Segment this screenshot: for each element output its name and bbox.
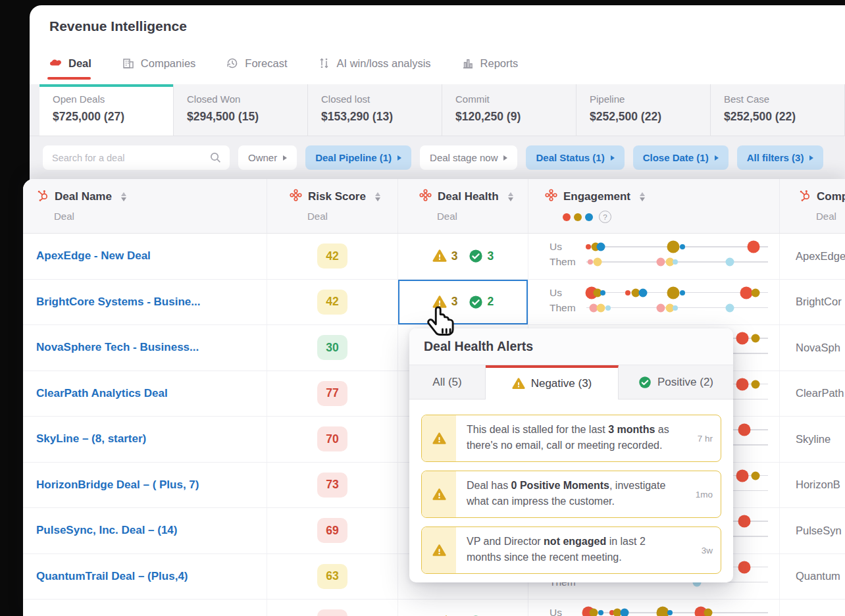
column-header-deal-health[interactable]: Deal Health Deal: [398, 179, 528, 233]
alert-icon-zone: [422, 415, 456, 461]
summary-card-closed-lost[interactable]: Closed lost$153,290 (13): [308, 84, 442, 136]
popup-tab-all-5-[interactable]: All (5): [409, 365, 486, 399]
engagement-dot-lyellow: [593, 258, 602, 267]
deal-name-link[interactable]: ClearPath Analytics Deal: [36, 387, 168, 400]
health-cross-icon: [545, 189, 557, 205]
column-header-company[interactable]: Comp Deal: [780, 179, 845, 233]
deal-health-cell[interactable]: 33: [398, 234, 528, 279]
filter-chip-owner[interactable]: Owner: [238, 145, 297, 170]
health-cross-icon: [419, 189, 432, 205]
chevron-right-icon: [809, 155, 813, 161]
engagement-dot-blue: [598, 610, 603, 615]
engagement-us-label: Us: [550, 607, 582, 616]
filter-chip-deal-pipeline-1-[interactable]: Deal Pipeline (1): [305, 145, 411, 170]
deal-name-cell: HorizonBridge Deal – ( Plus, 7): [23, 463, 267, 508]
nav-tab-label: Forecast: [245, 57, 287, 70]
table-row: UsThem: [23, 600, 845, 616]
deal-name-link[interactable]: HorizonBridge Deal – ( Plus, 7): [36, 478, 199, 492]
engagement-dot-gold: [704, 609, 712, 616]
negative-alert-count: 3: [432, 249, 458, 263]
deal-health-cell[interactable]: 32: [398, 280, 528, 325]
filter-bar: OwnerDeal Pipeline (1)Deal stage nowDeal…: [43, 145, 823, 170]
column-subtitle: Deal: [54, 211, 267, 222]
nav-tab-label: Companies: [141, 57, 195, 70]
risk-score-cell: 77: [267, 371, 398, 417]
engagement-dot-gold: [667, 286, 680, 299]
risk-score-badge: 42: [317, 244, 347, 269]
engagement-dot-lblue: [726, 258, 734, 267]
alert-icon-zone: [422, 471, 456, 517]
summary-card-closed-won[interactable]: Closed Won$294,500 (15): [174, 84, 308, 136]
engagement-dot-red: [747, 241, 759, 253]
engagement-dot-pink: [657, 303, 665, 312]
negative-alert-count: 3: [432, 295, 458, 309]
alert-card: Deal has 0 Positive Moments, investigate…: [421, 471, 721, 518]
nav-tab-forecast[interactable]: Forecast: [226, 57, 287, 70]
company-cell: PulseSyn: [780, 508, 845, 553]
popup-tab-negative-3-[interactable]: Negative (3): [486, 365, 619, 399]
risk-score-cell: 69: [267, 508, 398, 553]
deal-name-link[interactable]: PulseSync, Inc. Deal – (14): [36, 524, 177, 537]
deal-health-cell[interactable]: [398, 600, 528, 616]
positive-count-value: 2: [488, 295, 494, 309]
deal-name-link[interactable]: QuantumTrail Deal – (Plus,4): [36, 570, 188, 583]
engagement-dot-blue: [667, 610, 673, 615]
summary-cards-row: Open Deals$725,000 (27)Closed Won$294,50…: [30, 84, 845, 136]
engagement-dot-blue: [680, 290, 685, 295]
summary-card-pipeline[interactable]: Pipeline$252,500 (22): [576, 84, 711, 136]
company-cell: Quantum: [780, 554, 845, 600]
company-cell: [780, 600, 845, 616]
engagement-dot-red: [738, 515, 751, 528]
chevron-right-icon: [503, 155, 507, 161]
deal-search-box[interactable]: [43, 145, 230, 170]
engagement-us-row: Us: [550, 288, 768, 298]
help-icon[interactable]: ?: [599, 211, 611, 223]
engagement-dot-gold: [751, 380, 759, 388]
summary-card-value: $294,500 (15): [187, 110, 307, 124]
engagement-legend: ?: [563, 211, 779, 223]
deal-name-link[interactable]: NovaSphere Tech - Business...: [36, 341, 199, 354]
engagement-us-row: Us: [550, 242, 768, 252]
sort-arrows[interactable]: [640, 192, 645, 202]
engagement-us-label: Us: [550, 287, 582, 299]
column-header-engagement[interactable]: Engagement ? DWM ‹ 4/17 - 5/22 ›: [528, 179, 780, 233]
sort-arrows[interactable]: [508, 192, 513, 202]
engagement-dot-lblue: [605, 305, 611, 311]
filter-chip-all-filters-3-[interactable]: All filters (3): [737, 145, 824, 170]
risk-score-cell: 70: [267, 417, 398, 462]
risk-score-badge: [317, 609, 347, 616]
filter-chip-deal-stage-now[interactable]: Deal stage now: [420, 145, 517, 170]
engagement-dot-pink: [588, 259, 593, 265]
filter-chip-deal-status-1-[interactable]: Deal Status (1): [526, 145, 624, 170]
company-cell: ClearPath: [780, 371, 845, 417]
filter-chip-close-date-1-[interactable]: Close Date (1): [633, 145, 729, 170]
popup-tab-positive-2-[interactable]: Positive (2): [619, 365, 733, 399]
risk-score-cell: 42: [267, 234, 398, 279]
alert-card: VP and Director not engaged in last 2 mo…: [421, 526, 721, 574]
sort-arrows[interactable]: [375, 192, 380, 202]
warning-triangle-icon: [432, 295, 447, 309]
nav-tab-reports[interactable]: Reports: [461, 57, 519, 70]
sort-arrows[interactable]: [121, 192, 126, 202]
nav-tab-label: Deal: [68, 57, 91, 70]
engagement-dot-red: [586, 244, 591, 249]
deal-name-link[interactable]: SkyLine – (8, starter): [36, 432, 146, 446]
engagement-dot-lblue: [726, 303, 734, 312]
engagement-dot-red: [736, 469, 749, 482]
deal-name-link[interactable]: BrightCore Systems - Busine...: [36, 295, 200, 309]
nav-tab-deal[interactable]: Deal: [49, 57, 91, 70]
deal-name-link[interactable]: ApexEdge - New Deal: [36, 249, 151, 263]
filter-chip-label: Deal stage now: [430, 152, 498, 163]
nav-tab-ai-win-loss-analysis[interactable]: AI win/loss analysis: [318, 57, 431, 70]
column-header-deal-name[interactable]: Deal Name Deal: [23, 179, 267, 233]
column-title: Engagement: [563, 190, 630, 203]
summary-card-commit[interactable]: Commit$120,250 (9): [442, 84, 576, 136]
company-cell: Skyline: [780, 417, 845, 462]
column-header-risk-score[interactable]: Risk Score Deal: [267, 179, 398, 233]
alert-card: This deal is stalled for the last 3 mont…: [421, 415, 721, 462]
search-input[interactable]: [51, 152, 209, 164]
summary-card-open-deals[interactable]: Open Deals$725,000 (27): [39, 84, 174, 136]
summary-card-best-case[interactable]: Best Case$252,500 (22): [711, 84, 845, 136]
company-cell: NovaSph: [780, 325, 845, 371]
nav-tab-companies[interactable]: Companies: [122, 57, 195, 70]
